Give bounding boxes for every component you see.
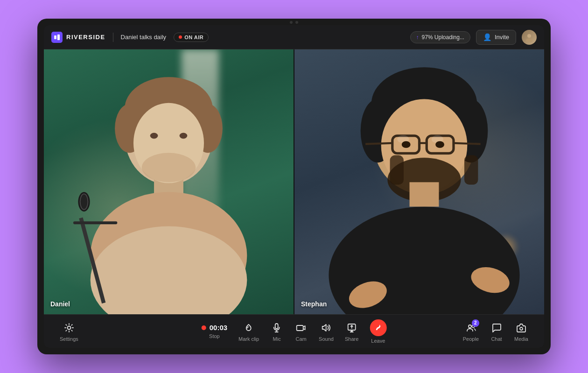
settings-gear-icon bbox=[63, 321, 76, 334]
sound-label: Sound bbox=[319, 336, 334, 342]
svg-point-3 bbox=[526, 38, 532, 42]
mic-label: Mic bbox=[273, 336, 281, 342]
people-icon-container: 2 bbox=[464, 321, 477, 334]
header: RIVERSIDE Daniel talks daily ON AIR ↑ 97… bbox=[44, 25, 544, 49]
app-window: RIVERSIDE Daniel talks daily ON AIR ↑ 97… bbox=[44, 25, 544, 348]
stop-button[interactable]: 00:03 Stop bbox=[197, 321, 232, 342]
invite-button[interactable]: 👤 Invite bbox=[476, 30, 516, 45]
microphone-icon bbox=[270, 321, 283, 334]
toolbar-left: Settings bbox=[55, 318, 83, 345]
chat-button[interactable]: Chat bbox=[485, 318, 508, 345]
on-air-badge: ON AIR bbox=[174, 33, 209, 42]
laptop-shell: RIVERSIDE Daniel talks daily ON AIR ↑ 97… bbox=[37, 19, 551, 354]
camera-icon bbox=[294, 321, 308, 334]
stop-label: Stop bbox=[209, 333, 220, 339]
toolbar: Settings 00:03 Stop bbox=[44, 314, 544, 348]
svg-rect-16 bbox=[73, 221, 117, 224]
toolbar-right: 2 People Chat bbox=[458, 318, 533, 345]
mark-clip-icon bbox=[242, 321, 255, 334]
svg-rect-37 bbox=[410, 182, 439, 207]
svg-rect-25 bbox=[390, 155, 404, 185]
leave-phone-icon bbox=[370, 319, 386, 336]
camera-notch bbox=[290, 21, 298, 24]
svg-rect-0 bbox=[54, 35, 56, 39]
riverside-logo-icon bbox=[51, 32, 63, 43]
stephan-name-label: Stephan bbox=[301, 300, 327, 308]
sound-button[interactable]: Sound bbox=[314, 318, 338, 345]
cam-label: Cam bbox=[295, 336, 306, 342]
cam-button[interactable]: Cam bbox=[290, 318, 312, 345]
people-badge: 2 bbox=[472, 319, 479, 327]
upload-badge: ↑ 97% Uploading... bbox=[410, 31, 470, 43]
user-avatar[interactable] bbox=[522, 30, 537, 45]
show-title: Daniel talks daily bbox=[121, 34, 167, 41]
svg-rect-44 bbox=[297, 325, 303, 331]
share-button[interactable]: Share bbox=[340, 318, 363, 345]
leave-label: Leave bbox=[371, 338, 385, 344]
daniel-name-label: Daniel bbox=[50, 300, 70, 308]
daniel-silhouette bbox=[44, 49, 294, 314]
invite-person-icon: 👤 bbox=[483, 33, 492, 41]
video-area: Daniel bbox=[44, 49, 544, 314]
share-label: Share bbox=[345, 336, 358, 342]
header-right: ↑ 97% Uploading... 👤 Invite bbox=[410, 30, 537, 45]
svg-line-30 bbox=[365, 143, 392, 144]
settings-label: Settings bbox=[60, 336, 78, 342]
svg-point-49 bbox=[520, 327, 523, 330]
mark-clip-button[interactable]: Mark clip bbox=[234, 318, 264, 345]
recording-dot bbox=[202, 325, 206, 330]
svg-point-47 bbox=[469, 325, 471, 328]
sound-icon bbox=[320, 321, 333, 334]
camera-dot bbox=[290, 21, 293, 24]
settings-button[interactable]: Settings bbox=[55, 318, 83, 345]
on-air-text: ON AIR bbox=[184, 35, 203, 40]
logo-text: RIVERSIDE bbox=[66, 34, 105, 41]
svg-rect-26 bbox=[464, 155, 478, 185]
video-panel-stephan: Stephan bbox=[294, 49, 544, 314]
svg-point-35 bbox=[435, 141, 444, 148]
timer-display: 00:03 bbox=[210, 324, 227, 332]
upload-label: 97% Uploading... bbox=[422, 34, 464, 41]
on-air-dot bbox=[179, 35, 182, 39]
invite-label: Invite bbox=[495, 34, 509, 41]
video-panel-daniel: Daniel bbox=[44, 49, 294, 314]
people-label: People bbox=[463, 336, 479, 342]
svg-point-11 bbox=[142, 153, 196, 182]
svg-point-2 bbox=[527, 34, 531, 38]
chat-label: Chat bbox=[491, 336, 502, 342]
svg-point-18 bbox=[80, 194, 88, 210]
upload-arrow-icon: ↑ bbox=[416, 34, 419, 41]
media-icon bbox=[515, 321, 528, 334]
leave-button[interactable]: Leave bbox=[365, 317, 391, 346]
stephan-silhouette bbox=[294, 49, 544, 314]
svg-rect-1 bbox=[57, 35, 60, 40]
media-button[interactable]: Media bbox=[510, 318, 533, 345]
svg-point-13 bbox=[180, 133, 188, 139]
camera-dot-2 bbox=[295, 21, 298, 24]
svg-rect-41 bbox=[275, 324, 278, 329]
svg-point-34 bbox=[402, 141, 411, 148]
svg-point-40 bbox=[67, 326, 70, 329]
share-icon bbox=[345, 321, 358, 334]
media-label: Media bbox=[514, 336, 528, 342]
toolbar-center: 00:03 Stop Mark clip bbox=[197, 317, 392, 346]
header-divider bbox=[113, 33, 113, 42]
svg-line-31 bbox=[454, 143, 481, 144]
people-button[interactable]: 2 People bbox=[458, 318, 483, 345]
svg-point-12 bbox=[150, 133, 158, 139]
mark-clip-label: Mark clip bbox=[238, 336, 259, 342]
chat-icon bbox=[490, 321, 503, 334]
mic-button[interactable]: Mic bbox=[266, 318, 288, 345]
logo-area: RIVERSIDE bbox=[51, 32, 105, 43]
